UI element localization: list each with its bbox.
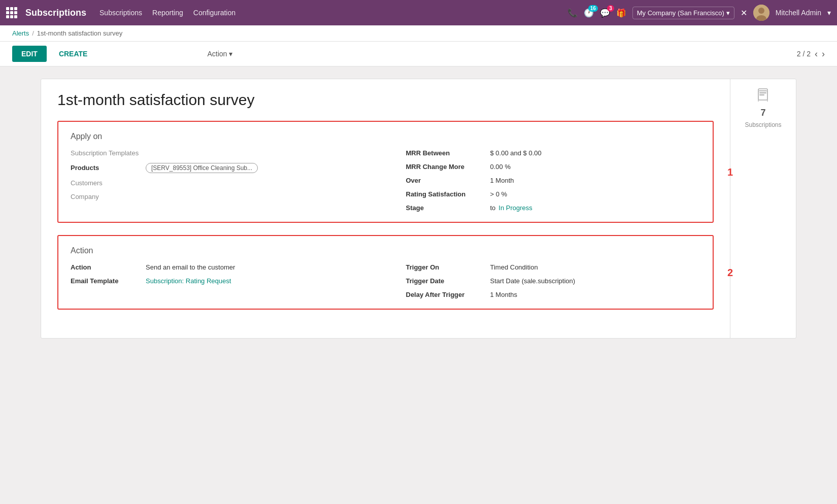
field-customers: Customers (71, 179, 386, 187)
phone-icon[interactable]: 📞 (567, 8, 578, 18)
field-rating-satisfaction: Rating Satisfaction > 0 % (406, 190, 701, 198)
app-title: Subscriptions (25, 8, 86, 18)
delay-trigger-value: 1 Months (490, 291, 517, 298)
action-dropdown-icon: ▾ (229, 50, 232, 58)
section1-right: MRR Between $ 0.00 and $ 0.00 MRR Change… (386, 149, 701, 212)
stage-label: Stage (406, 204, 487, 212)
nav-links: Subscriptions Reporting Configuration (99, 9, 559, 17)
action-type-label: Action (71, 263, 142, 271)
section2-number: 2 (727, 266, 733, 278)
svg-rect-5 (759, 92, 766, 93)
email-template-label: Email Template (71, 277, 142, 285)
rating-value: > 0 % (490, 190, 508, 198)
products-label: Products (71, 164, 142, 172)
svg-rect-6 (759, 94, 764, 95)
svg-point-1 (758, 8, 764, 14)
field-delay-trigger: Delay After Trigger 1 Months (406, 291, 701, 298)
pagination-text: 2 / 2 (797, 50, 811, 58)
app-grid-icon[interactable] (6, 7, 17, 18)
user-dropdown-icon: ▾ (827, 9, 831, 17)
clock-badge: 16 (588, 5, 598, 12)
section2-heading: Action (71, 246, 700, 255)
section-action: Action 2 Action Send an email to the cus… (57, 235, 714, 310)
action-bar: EDIT CREATE Action ▾ 2 / 2 ‹ › (0, 42, 837, 66)
avatar[interactable] (753, 5, 769, 21)
field-company: Company (71, 193, 386, 200)
breadcrumb-current: 1st-month satisfaction survey (37, 29, 122, 37)
section1-number: 1 (727, 166, 733, 178)
close-icon[interactable]: ✕ (741, 8, 747, 18)
side-label: Subscriptions (745, 121, 781, 128)
clock-icon[interactable]: 🕐 16 (584, 8, 594, 18)
field-products: Products [SERV_89553] Office Cleaning Su… (71, 163, 386, 173)
products-value: [SERV_89553] Office Cleaning Sub... (146, 163, 258, 173)
field-trigger-date: Trigger Date Start Date (sale.subscripti… (406, 277, 701, 285)
pagination: 2 / 2 ‹ › (797, 49, 825, 59)
record-title: 1st-month satisfaction survey (57, 91, 714, 109)
next-record-button[interactable]: › (822, 49, 825, 59)
gift-icon[interactable]: 🎁 (616, 8, 626, 18)
section1-left: Subscription Templates Products [SERV_89… (71, 149, 386, 212)
action-button[interactable]: Action ▾ (201, 46, 239, 62)
subscriptions-icon (756, 87, 771, 105)
section1-grid: Subscription Templates Products [SERV_89… (71, 149, 700, 212)
section2-grid: Action Send an email to the customer Ema… (71, 263, 700, 298)
company-label: Company (71, 193, 142, 200)
nav-reporting[interactable]: Reporting (152, 9, 183, 17)
mrr-change-value: 0.00 % (490, 163, 511, 171)
top-navigation: Subscriptions Subscriptions Reporting Co… (0, 0, 837, 25)
trigger-date-label: Trigger Date (406, 277, 487, 285)
field-email-template: Email Template Subscription: Rating Requ… (71, 277, 386, 285)
rating-label: Rating Satisfaction (406, 190, 487, 198)
edit-button[interactable]: EDIT (12, 46, 47, 62)
chevron-down-icon: ▾ (726, 9, 730, 17)
breadcrumb-separator: / (32, 29, 34, 37)
mrr-between-label: MRR Between (406, 149, 487, 157)
section2-right: Trigger On Timed Condition Trigger Date … (386, 263, 701, 298)
subscription-templates-label: Subscription Templates (71, 149, 142, 157)
over-label: Over (406, 177, 487, 184)
section2-left: Action Send an email to the customer Ema… (71, 263, 386, 298)
field-mrr-between: MRR Between $ 0.00 and $ 0.00 (406, 149, 701, 157)
nav-icons: 📞 🕐 16 💬 3 🎁 My Company (San Francisco) … (567, 5, 831, 21)
prev-record-button[interactable]: ‹ (815, 49, 818, 59)
field-stage: Stage to In Progress (406, 204, 701, 212)
mrr-change-label: MRR Change More (406, 163, 487, 171)
action-button-label: Action (207, 50, 227, 58)
breadcrumb: Alerts / 1st-month satisfaction survey (0, 25, 837, 42)
field-over: Over 1 Month (406, 177, 701, 184)
record-inner: 1st-month satisfaction survey Apply on 1… (41, 79, 730, 338)
delay-trigger-label: Delay After Trigger (406, 291, 487, 298)
message-icon[interactable]: 💬 3 (600, 8, 610, 18)
message-badge: 3 (607, 5, 614, 12)
customers-label: Customers (71, 179, 142, 187)
mrr-between-value: $ 0.00 and $ 0.00 (490, 149, 542, 157)
field-mrr-change: MRR Change More 0.00 % (406, 163, 701, 171)
nav-subscriptions[interactable]: Subscriptions (99, 9, 142, 17)
nav-configuration[interactable]: Configuration (193, 9, 236, 17)
email-template-value[interactable]: Subscription: Rating Request (146, 277, 231, 285)
section1-heading: Apply on (71, 132, 700, 141)
side-count: 7 (760, 108, 765, 118)
field-action-type: Action Send an email to the customer (71, 263, 386, 271)
record-card: 7 Subscriptions 1st-month satisfaction s… (41, 79, 796, 339)
company-selector[interactable]: My Company (San Francisco) ▾ (632, 7, 734, 19)
field-trigger-on: Trigger On Timed Condition (406, 263, 701, 271)
over-value: 1 Month (490, 177, 514, 184)
field-subscription-templates: Subscription Templates (71, 149, 386, 157)
side-panel: 7 Subscriptions (730, 79, 796, 338)
create-button[interactable]: CREATE (53, 46, 94, 62)
trigger-on-label: Trigger On (406, 263, 487, 271)
stage-value: In Progress (498, 204, 532, 212)
breadcrumb-parent[interactable]: Alerts (12, 29, 29, 37)
company-name: My Company (San Francisco) (637, 9, 724, 17)
user-name[interactable]: Mitchell Admin (776, 9, 821, 17)
trigger-date-value: Start Date (sale.subscription) (490, 277, 576, 285)
section-apply-on: Apply on 1 Subscription Templates Produc… (57, 121, 714, 223)
stage-to: to (490, 204, 496, 212)
trigger-on-value: Timed Condition (490, 263, 538, 271)
action-type-value: Send an email to the customer (146, 263, 235, 271)
main-content: 7 Subscriptions 1st-month satisfaction s… (0, 66, 837, 351)
